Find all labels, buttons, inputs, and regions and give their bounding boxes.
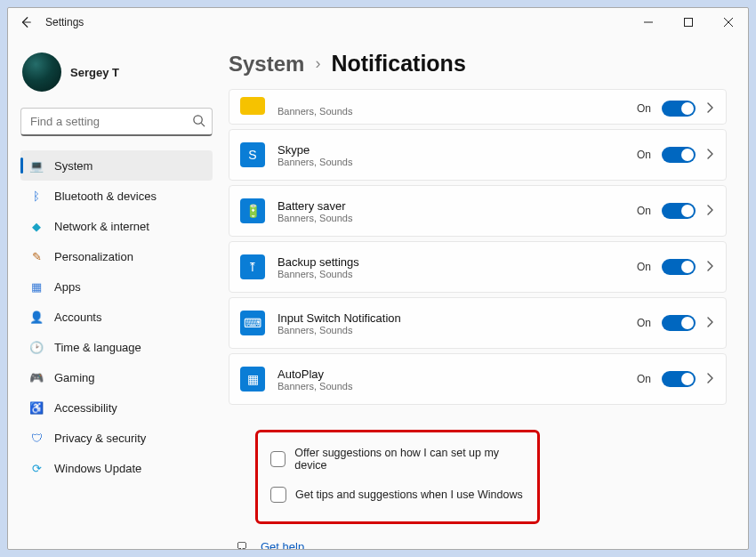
nav-label: Privacy & security [54,432,146,445]
app-subtitle: Banners, Sounds [277,269,637,279]
close-button[interactable] [708,8,748,36]
app-title: AutoPlay [277,367,637,381]
help-icon: 🗨 [234,540,248,549]
toggle-state-label: On [637,373,651,385]
nav-label: Accessibility [54,401,117,415]
back-button[interactable] [17,13,35,31]
close-icon [724,18,733,27]
toggle-state-label: On [637,261,651,273]
app-icon: ▦ [240,367,265,392]
notification-app-row[interactable]: 🔋Battery saverBanners, SoundsOn [229,185,727,237]
app-icon [240,97,265,115]
nav-icon: ⟳ [29,461,44,475]
page-title: Notifications [331,51,465,77]
app-subtitle: Banners, Sounds [277,213,637,223]
chevron-right-icon [706,147,713,163]
sidebar-item-accounts[interactable]: 👤Accounts [20,302,213,332]
app-icon: ⌨ [240,311,265,335]
avatar [22,52,61,92]
checkbox-label: Offer suggestions on how I can set up my… [294,447,525,472]
nav-icon: ◆ [29,219,44,233]
arrow-left-icon [20,16,32,28]
nav-label: Time & language [54,341,141,354]
sidebar-item-gaming[interactable]: 🎮Gaming [20,362,213,392]
nav-icon: 🎮 [29,370,44,384]
toggle-switch[interactable] [662,371,696,387]
toggle-switch[interactable] [662,315,696,331]
sidebar-item-personalization[interactable]: ✎Personalization [20,241,213,271]
app-subtitle: Banners, Sounds [277,106,637,117]
toggle-switch[interactable] [662,259,696,275]
get-help-link[interactable]: Get help [261,540,304,549]
app-subtitle: Banners, Sounds [277,381,637,392]
sidebar-nav: 💻SystemᛒBluetooth & devices◆Network & in… [20,150,213,483]
toggle-switch[interactable] [662,101,696,117]
sidebar: Sergey T 💻SystemᛒBluetooth & devices◆Net… [8,36,221,549]
search-icon [192,114,205,131]
toggle-switch[interactable] [662,147,696,163]
nav-label: Gaming [54,371,95,384]
breadcrumb-parent[interactable]: System [229,52,304,77]
notification-app-row[interactable]: Banners, SoundsOn [229,89,727,125]
checkbox-row-tips[interactable]: Get tips and suggestions when I use Wind… [270,477,525,513]
nav-label: Personalization [54,250,133,263]
settings-window: Settings Sergey T [7,7,749,550]
checkbox[interactable] [270,487,286,503]
notification-app-row[interactable]: ▦AutoPlayBanners, SoundsOn [229,353,727,405]
sidebar-item-accessibility[interactable]: ♿Accessibility [20,392,213,423]
checkbox-label: Get tips and suggestions when I use Wind… [295,488,523,501]
maximize-button[interactable] [668,8,708,36]
nav-icon: 🕑 [29,340,44,354]
sidebar-item-bluetooth-devices[interactable]: ᛒBluetooth & devices [20,181,213,211]
svg-point-1 [194,116,202,124]
chevron-right-icon: › [315,54,320,73]
notification-app-row[interactable]: SSkypeBanners, SoundsOn [229,129,727,181]
app-title: Input Switch Notification [277,311,637,325]
chevron-right-icon [706,259,713,275]
toggle-state-label: On [637,317,651,329]
nav-icon: 👤 [29,310,44,324]
chevron-right-icon [706,203,713,219]
help-links: 🗨 Get help 📣 Give feedback [229,540,727,549]
app-subtitle: Banners, Sounds [277,157,637,167]
chevron-right-icon [706,371,713,387]
window-title: Settings [45,16,84,28]
search-input[interactable] [20,108,213,136]
main-content: System › Notifications Banners, SoundsOn… [221,36,748,549]
nav-label: System [54,159,92,173]
checkbox[interactable] [270,451,286,467]
sidebar-item-privacy-security[interactable]: 🛡Privacy & security [20,423,213,453]
sidebar-item-system[interactable]: 💻System [20,150,213,181]
titlebar: Settings [8,8,748,36]
sidebar-item-windows-update[interactable]: ⟳Windows Update [20,453,213,483]
notification-app-row[interactable]: ⌨Input Switch NotificationBanners, Sound… [229,297,727,349]
nav-icon: 🛡 [29,431,44,445]
toggle-state-label: On [637,149,651,161]
toggle-state-label: On [637,102,651,115]
chevron-right-icon [706,315,713,331]
app-title: Battery saver [277,199,637,213]
nav-label: Network & internet [54,220,149,233]
app-title: Backup settings [277,255,637,269]
maximize-icon [684,18,693,27]
sidebar-item-network-internet[interactable]: ◆Network & internet [20,211,213,241]
nav-icon: ✎ [29,249,44,263]
nav-label: Accounts [54,311,101,324]
app-icon: ⤒ [240,254,265,279]
suggestions-checkbox-group: Offer suggestions on how I can set up my… [255,430,540,524]
app-icon: 🔋 [240,198,265,223]
sidebar-item-apps[interactable]: ▦Apps [20,271,213,302]
svg-rect-0 [684,19,692,27]
breadcrumb: System › Notifications [229,45,727,89]
notification-app-row[interactable]: ⤒Backup settingsBanners, SoundsOn [229,241,727,293]
nav-icon: ♿ [29,400,44,415]
minimize-button[interactable] [628,8,668,36]
nav-icon: ᛒ [29,189,44,203]
nav-icon: 💻 [29,158,44,173]
nav-label: Bluetooth & devices [54,190,157,203]
user-account-row[interactable]: Sergey T [20,49,213,99]
app-subtitle: Banners, Sounds [277,325,637,335]
toggle-switch[interactable] [662,203,696,219]
checkbox-row-setup-suggestions[interactable]: Offer suggestions on how I can set up my… [270,441,525,477]
sidebar-item-time-language[interactable]: 🕑Time & language [20,332,213,362]
